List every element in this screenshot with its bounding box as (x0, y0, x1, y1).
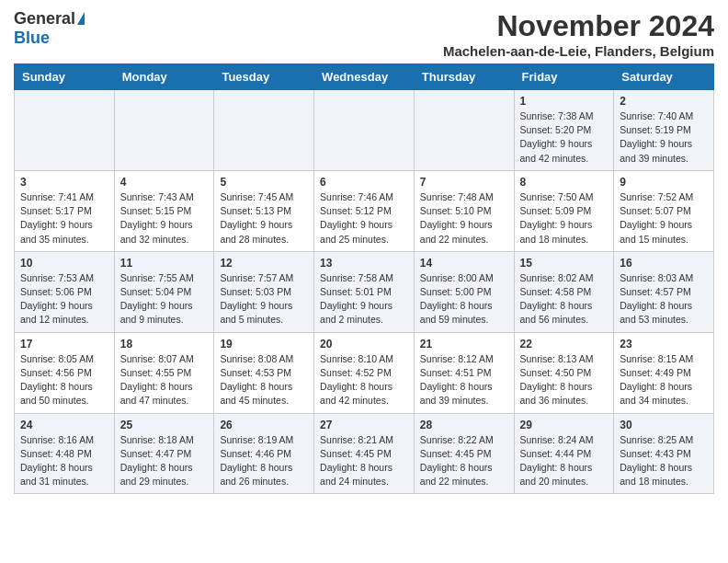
day-number: 27 (320, 419, 408, 431)
day-info: Sunrise: 8:02 AM Sunset: 4:58 PM Dayligh… (520, 271, 609, 327)
day-cell: 17Sunrise: 8:05 AM Sunset: 4:56 PM Dayli… (15, 332, 115, 413)
day-info: Sunrise: 7:58 AM Sunset: 5:01 PM Dayligh… (320, 271, 408, 327)
col-header-friday: Friday (514, 64, 614, 90)
day-cell: 27Sunrise: 8:21 AM Sunset: 4:45 PM Dayli… (314, 413, 415, 494)
day-number: 21 (420, 338, 508, 350)
calendar-table: SundayMondayTuesdayWednesdayThursdayFrid… (14, 63, 714, 494)
title-block: November 2024 Machelen-aan-de-Leie, Flan… (443, 9, 714, 59)
day-info: Sunrise: 8:12 AM Sunset: 4:51 PM Dayligh… (420, 352, 508, 408)
day-cell: 1Sunrise: 7:38 AM Sunset: 5:20 PM Daylig… (514, 90, 614, 171)
day-cell: 3Sunrise: 7:41 AM Sunset: 5:17 PM Daylig… (15, 170, 115, 251)
week-row-1: 1Sunrise: 7:38 AM Sunset: 5:20 PM Daylig… (15, 90, 714, 171)
day-cell (314, 90, 415, 171)
day-cell: 22Sunrise: 8:13 AM Sunset: 4:50 PM Dayli… (514, 332, 614, 413)
logo: General Blue (14, 9, 85, 48)
day-info: Sunrise: 8:21 AM Sunset: 4:45 PM Dayligh… (320, 433, 408, 489)
day-info: Sunrise: 8:22 AM Sunset: 4:45 PM Dayligh… (420, 433, 508, 489)
day-cell: 9Sunrise: 7:52 AM Sunset: 5:07 PM Daylig… (614, 170, 714, 251)
week-row-5: 24Sunrise: 8:16 AM Sunset: 4:48 PM Dayli… (15, 413, 714, 494)
day-info: Sunrise: 7:57 AM Sunset: 5:03 PM Dayligh… (220, 271, 308, 327)
day-cell (414, 90, 514, 171)
day-info: Sunrise: 7:52 AM Sunset: 5:07 PM Dayligh… (620, 190, 708, 247)
day-cell: 25Sunrise: 8:18 AM Sunset: 4:47 PM Dayli… (114, 413, 214, 494)
day-info: Sunrise: 7:41 AM Sunset: 5:17 PM Dayligh… (20, 190, 108, 247)
day-number: 18 (120, 338, 209, 350)
day-cell: 15Sunrise: 8:02 AM Sunset: 4:58 PM Dayli… (514, 251, 614, 332)
week-row-2: 3Sunrise: 7:41 AM Sunset: 5:17 PM Daylig… (15, 170, 714, 251)
day-number: 23 (620, 338, 708, 350)
col-header-wednesday: Wednesday (314, 64, 415, 90)
day-number: 8 (520, 176, 609, 189)
day-info: Sunrise: 8:13 AM Sunset: 4:50 PM Dayligh… (520, 352, 609, 408)
day-cell: 12Sunrise: 7:57 AM Sunset: 5:03 PM Dayli… (214, 251, 314, 332)
day-number: 25 (120, 419, 209, 431)
day-number: 4 (120, 176, 209, 189)
day-cell: 21Sunrise: 8:12 AM Sunset: 4:51 PM Dayli… (414, 332, 514, 413)
day-cell: 7Sunrise: 7:48 AM Sunset: 5:10 PM Daylig… (414, 170, 514, 251)
day-cell: 6Sunrise: 7:46 AM Sunset: 5:12 PM Daylig… (314, 170, 415, 251)
day-number: 14 (420, 257, 508, 270)
day-info: Sunrise: 7:55 AM Sunset: 5:04 PM Dayligh… (120, 271, 209, 327)
col-header-thursday: Thursday (414, 64, 514, 90)
day-number: 10 (20, 257, 108, 270)
day-cell: 2Sunrise: 7:40 AM Sunset: 5:19 PM Daylig… (614, 90, 714, 171)
day-cell: 13Sunrise: 7:58 AM Sunset: 5:01 PM Dayli… (314, 251, 415, 332)
day-cell: 14Sunrise: 8:00 AM Sunset: 5:00 PM Dayli… (414, 251, 514, 332)
day-number: 22 (520, 338, 609, 350)
day-number: 13 (320, 257, 408, 270)
day-cell: 26Sunrise: 8:19 AM Sunset: 4:46 PM Dayli… (214, 413, 314, 494)
day-info: Sunrise: 8:24 AM Sunset: 4:44 PM Dayligh… (520, 433, 609, 489)
month-title: November 2024 (443, 9, 714, 43)
day-number: 11 (120, 257, 209, 270)
day-info: Sunrise: 7:40 AM Sunset: 5:19 PM Dayligh… (620, 109, 708, 166)
header: General Blue November 2024 Machelen-aan-… (14, 9, 714, 59)
day-cell: 20Sunrise: 8:10 AM Sunset: 4:52 PM Dayli… (314, 332, 415, 413)
day-number: 12 (220, 257, 308, 270)
day-cell: 23Sunrise: 8:15 AM Sunset: 4:49 PM Dayli… (614, 332, 714, 413)
day-number: 5 (220, 176, 308, 189)
day-cell (15, 90, 115, 171)
day-number: 9 (620, 176, 708, 189)
day-cell: 19Sunrise: 8:08 AM Sunset: 4:53 PM Dayli… (214, 332, 314, 413)
day-number: 15 (520, 257, 609, 270)
day-number: 29 (520, 419, 609, 431)
day-info: Sunrise: 7:50 AM Sunset: 5:09 PM Dayligh… (520, 190, 609, 247)
header-row: SundayMondayTuesdayWednesdayThursdayFrid… (15, 64, 714, 90)
day-number: 1 (520, 95, 609, 108)
day-info: Sunrise: 7:48 AM Sunset: 5:10 PM Dayligh… (420, 190, 508, 247)
day-number: 30 (620, 419, 708, 431)
day-cell: 11Sunrise: 7:55 AM Sunset: 5:04 PM Dayli… (114, 251, 214, 332)
day-number: 3 (20, 176, 108, 189)
col-header-saturday: Saturday (614, 64, 714, 90)
day-info: Sunrise: 8:16 AM Sunset: 4:48 PM Dayligh… (20, 433, 108, 489)
day-number: 24 (20, 419, 108, 431)
day-number: 19 (220, 338, 308, 350)
day-info: Sunrise: 8:03 AM Sunset: 4:57 PM Dayligh… (620, 271, 708, 327)
col-header-tuesday: Tuesday (214, 64, 314, 90)
day-cell: 8Sunrise: 7:50 AM Sunset: 5:09 PM Daylig… (514, 170, 614, 251)
logo-blue-text: Blue (14, 29, 50, 48)
col-header-monday: Monday (114, 64, 214, 90)
day-info: Sunrise: 8:07 AM Sunset: 4:55 PM Dayligh… (120, 352, 209, 408)
day-info: Sunrise: 7:45 AM Sunset: 5:13 PM Dayligh… (220, 190, 308, 247)
day-info: Sunrise: 8:25 AM Sunset: 4:43 PM Dayligh… (620, 433, 708, 489)
week-row-4: 17Sunrise: 8:05 AM Sunset: 4:56 PM Dayli… (15, 332, 714, 413)
col-header-sunday: Sunday (15, 64, 115, 90)
day-number: 26 (220, 419, 308, 431)
day-number: 16 (620, 257, 708, 270)
day-info: Sunrise: 7:38 AM Sunset: 5:20 PM Dayligh… (520, 109, 609, 166)
logo-triangle-icon (77, 12, 85, 25)
day-cell: 29Sunrise: 8:24 AM Sunset: 4:44 PM Dayli… (514, 413, 614, 494)
day-info: Sunrise: 8:10 AM Sunset: 4:52 PM Dayligh… (320, 352, 408, 408)
day-cell: 28Sunrise: 8:22 AM Sunset: 4:45 PM Dayli… (414, 413, 514, 494)
page: General Blue November 2024 Machelen-aan-… (0, 0, 728, 503)
day-number: 20 (320, 338, 408, 350)
day-number: 7 (420, 176, 508, 189)
week-row-3: 10Sunrise: 7:53 AM Sunset: 5:06 PM Dayli… (15, 251, 714, 332)
day-info: Sunrise: 8:18 AM Sunset: 4:47 PM Dayligh… (120, 433, 209, 489)
day-cell (214, 90, 314, 171)
day-cell: 18Sunrise: 8:07 AM Sunset: 4:55 PM Dayli… (114, 332, 214, 413)
day-cell: 5Sunrise: 7:45 AM Sunset: 5:13 PM Daylig… (214, 170, 314, 251)
day-cell: 10Sunrise: 7:53 AM Sunset: 5:06 PM Dayli… (15, 251, 115, 332)
day-info: Sunrise: 8:00 AM Sunset: 5:00 PM Dayligh… (420, 271, 508, 327)
